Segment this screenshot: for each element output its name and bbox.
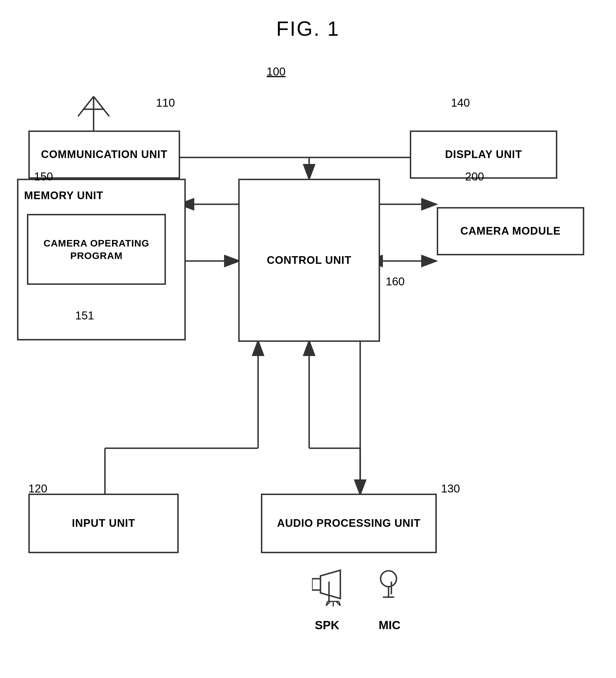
ref-150: 150 [34, 170, 53, 183]
ref-151: 151 [75, 309, 94, 322]
ref-160: 160 [386, 275, 405, 288]
spk-label: SPK [315, 618, 339, 632]
ref-130: 130 [441, 482, 460, 495]
svg-line-22 [78, 97, 93, 116]
memory-unit-box: MEMORY UNIT CAMERA OPERATING PROGRAM [17, 179, 186, 340]
mic-icon [377, 570, 400, 604]
figure-title: FIG. 1 [276, 17, 340, 40]
ref-100: 100 [267, 65, 285, 78]
ref-120: 120 [28, 482, 47, 495]
audio-processing-unit-box: AUDIO PROCESSING UNIT [261, 494, 437, 553]
svg-line-23 [93, 97, 109, 116]
ref-110: 110 [156, 97, 175, 109]
input-unit-box: INPUT UNIT [28, 494, 179, 553]
mic-label: MIC [379, 618, 400, 632]
ref-140: 140 [451, 97, 470, 109]
control-unit-box: CONTROL UNIT [238, 179, 380, 342]
camera-module-box: CAMERA MODULE [437, 207, 584, 255]
ref-200: 200 [465, 170, 484, 183]
spk-icon [312, 567, 349, 607]
antenna-icon [77, 93, 111, 130]
svg-marker-25 [320, 570, 340, 599]
memory-unit-label: MEMORY UNIT [24, 189, 103, 202]
camera-operating-program-box: CAMERA OPERATING PROGRAM [27, 214, 166, 285]
svg-point-35 [381, 571, 396, 587]
